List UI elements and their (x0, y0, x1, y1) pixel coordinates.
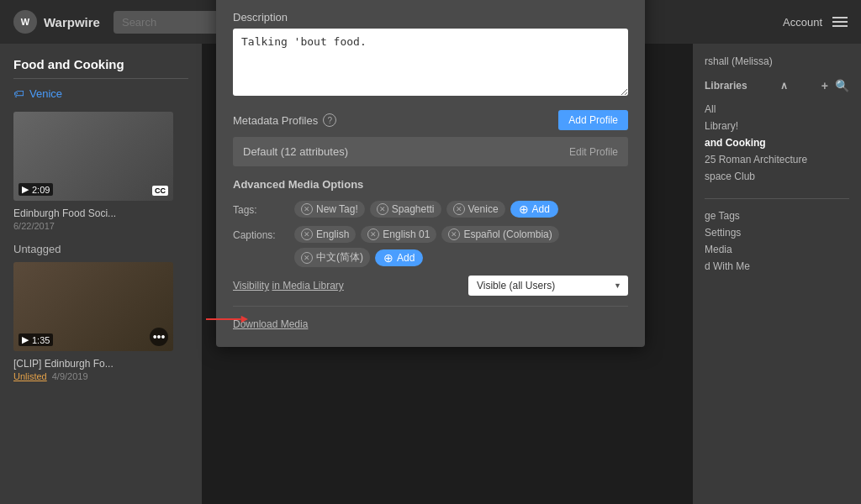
tag-remove-2[interactable]: ✕ (453, 203, 465, 215)
metadata-profiles-header: Metadata Profiles ? Add Profile (233, 110, 628, 130)
right-libraries-title: Libraries ∧ + 🔍 (705, 79, 849, 92)
right-lib-roman[interactable]: 25 Roman Architecture (705, 151, 849, 168)
add-plus-icon: ⊕ (519, 203, 529, 215)
right-lib-space[interactable]: space Club (705, 168, 849, 185)
video-date-2: Unlisted 4/9/2019 (13, 371, 188, 381)
caption-remove-3[interactable]: ✕ (301, 252, 313, 264)
metadata-profiles-title: Metadata Profiles ? (233, 113, 336, 127)
video-status-2: Unlisted (13, 371, 47, 381)
tag-chip-2: ✕ Venice (446, 201, 505, 218)
cc-badge: CC (152, 186, 168, 196)
caption-text-1: English 01 (383, 228, 430, 240)
video-duration-1: ▶2:09 (18, 183, 53, 196)
tag-remove-1[interactable]: ✕ (377, 203, 388, 215)
caption-remove-2[interactable]: ✕ (448, 228, 460, 240)
right-user: rshall (Melissa) (705, 55, 849, 67)
sidebar-title: Food and Cooking (13, 57, 188, 79)
modal-dialog: Description Talking 'bout food. Metadata… (216, 0, 645, 347)
caption-remove-1[interactable]: ✕ (367, 228, 379, 240)
tag-text-1: Spaghetti (392, 203, 435, 215)
visibility-row: Visibility in Media Library Visible (all… (233, 276, 628, 296)
video-title-1: Edinburgh Food Soci... (13, 207, 188, 219)
caption-text-0: English (316, 228, 349, 240)
video-title-2: [CLIP] Edinburgh Fo... (13, 358, 188, 370)
video-date-1: 6/22/2017 (13, 221, 188, 231)
tags-row: Tags: ✕ New Tag! ✕ Spaghetti ✕ Venice ⊕ … (233, 201, 628, 218)
caption-text-3: 中文(简体) (316, 250, 363, 265)
search-library-icon[interactable]: 🔍 (835, 79, 849, 92)
sidebar-tag-venice[interactable]: 🏷 Venice (13, 87, 188, 100)
help-icon[interactable]: ? (323, 113, 336, 127)
untagged-label: Untagged (13, 243, 188, 255)
svg-marker-1 (241, 316, 248, 323)
account-label: Account (783, 16, 822, 29)
logo-area: W Warpwire (13, 10, 100, 34)
visibility-select-wrapper: Visible (all Users) Hidden Private (468, 276, 628, 296)
library-icons: + 🔍 (821, 79, 849, 92)
description-textarea[interactable]: Talking 'bout food. (233, 29, 628, 96)
caption-text-2: Español (Colombia) (463, 228, 552, 240)
captions-row: Captions: ✕ English ✕ English 01 ✕ Españ… (233, 226, 628, 267)
advanced-title: Advanced Media Options (233, 178, 628, 191)
right-menu-tags[interactable]: ge Tags (705, 207, 849, 224)
captions-area: ✕ English ✕ English 01 ✕ Español (Colomb… (294, 226, 628, 267)
edit-profile-link[interactable]: Edit Profile (569, 146, 618, 158)
visibility-label: Visibility in Media Library (233, 280, 344, 291)
tag-chip-0: ✕ New Tag! (294, 201, 365, 218)
video-thumb-2[interactable]: ▶1:35 ••• (13, 262, 173, 351)
tag-remove-0[interactable]: ✕ (301, 203, 313, 215)
visibility-select[interactable]: Visible (all Users) Hidden Private (468, 276, 628, 296)
add-profile-button[interactable]: Add Profile (558, 110, 628, 130)
right-panel: rshall (Melissa) Libraries ∧ + 🔍 All Lib… (693, 44, 861, 504)
captions-label: Captions: (233, 226, 288, 241)
tag-chip-1: ✕ Spaghetti (370, 201, 441, 218)
right-menu-shared[interactable]: d With Me (705, 258, 849, 275)
caption-chip-0: ✕ English (294, 226, 356, 243)
add-caption-button[interactable]: ⊕ Add (375, 249, 423, 266)
hamburger-menu[interactable] (832, 17, 848, 27)
more-options-2[interactable]: ••• (150, 328, 168, 346)
app-name: Warpwire (44, 15, 100, 29)
tag-text-2: Venice (468, 203, 499, 215)
tags-label: Tags: (233, 201, 288, 216)
profile-default-label: Default (12 attributes) (243, 145, 348, 158)
profile-row: Default (12 attributes) Edit Profile (233, 137, 628, 166)
right-lib-cooking[interactable]: and Cooking (705, 134, 849, 151)
video-duration-2: ▶1:35 (18, 333, 53, 346)
caption-chip-3: ✕ 中文(简体) (294, 248, 370, 267)
tag-text-0: New Tag! (316, 203, 358, 215)
video-date-val-2: 4/9/2019 (52, 371, 88, 381)
red-arrow (206, 311, 248, 328)
caption-chip-1: ✕ English 01 (361, 226, 436, 243)
tags-area: ✕ New Tag! ✕ Spaghetti ✕ Venice ⊕ Add (294, 201, 628, 218)
sidebar: Food and Cooking 🏷 Venice ▶2:09 CC Edinb… (0, 44, 202, 504)
nav-right: Account (783, 16, 848, 29)
logo-icon: W (13, 10, 37, 34)
right-lib-library[interactable]: Library! (705, 118, 849, 134)
caption-chip-2: ✕ Español (Colombia) (441, 226, 558, 243)
add-caption-plus-icon: ⊕ (383, 252, 394, 264)
download-row: Download Media (233, 306, 628, 330)
right-lib-all[interactable]: All (705, 101, 849, 118)
description-label: Description (233, 11, 628, 24)
right-menu-settings[interactable]: Settings (705, 224, 849, 241)
add-tag-button[interactable]: ⊕ Add (510, 201, 558, 218)
right-menu-media[interactable]: Media (705, 241, 849, 258)
add-library-icon[interactable]: + (821, 79, 828, 92)
tag-icon: 🏷 (13, 87, 24, 100)
caption-remove-0[interactable]: ✕ (301, 228, 313, 240)
video-thumb-1[interactable]: ▶2:09 CC (13, 112, 173, 201)
